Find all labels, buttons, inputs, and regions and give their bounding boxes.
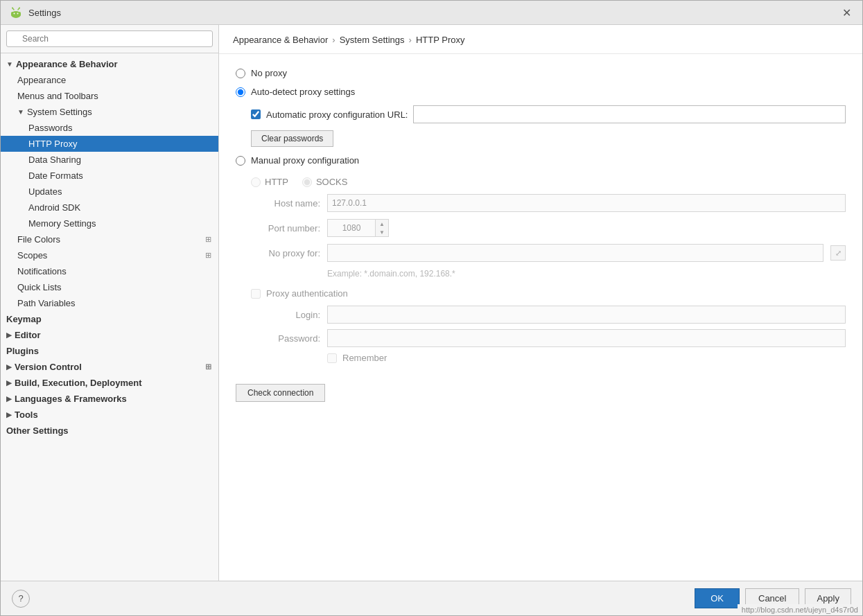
- proxy-auth-checkbox[interactable]: [251, 289, 261, 299]
- sidebar-item-build-execution[interactable]: ▶ Build, Execution, Deployment: [1, 375, 218, 391]
- expand-arrow: ▼: [17, 108, 24, 116]
- sidebar-item-plugins[interactable]: Plugins: [1, 343, 218, 359]
- sidebar-item-label: Passwords: [28, 123, 73, 133]
- socks-option: SOCKS: [302, 177, 348, 187]
- search-box: 🔍: [1, 25, 218, 53]
- sidebar-item-label: Updates: [28, 186, 62, 197]
- sidebar-item-path-variables[interactable]: Path Variables: [1, 295, 218, 311]
- password-label: Password:: [251, 333, 320, 344]
- page-indicator-icon: ⊞: [203, 251, 213, 261]
- http-option: HTTP: [251, 177, 288, 187]
- port-input[interactable]: [327, 219, 376, 237]
- socks-radio[interactable]: [302, 177, 312, 187]
- manual-section: HTTP SOCKS Host name:: [251, 177, 846, 363]
- proxy-hint: Example: *.domain.com, 192.168.*: [327, 269, 846, 279]
- auto-proxy-url-row: Automatic proxy configuration URL:: [251, 105, 846, 123]
- auto-detect-radio[interactable]: [236, 87, 245, 97]
- port-wrapper: ▲ ▼: [327, 219, 389, 237]
- expand-arrow: ▶: [6, 379, 12, 387]
- auth-section: Proxy authentication Login: Password:: [251, 288, 846, 363]
- auto-proxy-url-input[interactable]: [413, 105, 846, 123]
- sidebar-item-scopes[interactable]: Scopes ⊞: [1, 247, 218, 263]
- status-bar-hint: http://blog.csdn.net/ujeyn_d4s7r0d: [738, 604, 862, 615]
- title-bar: Settings ✕: [1, 1, 862, 25]
- sidebar-item-label: Appearance & Behavior: [16, 59, 118, 69]
- page-indicator-icon: ⊞: [203, 235, 213, 245]
- main-content: Appearance & Behavior › System Settings …: [219, 25, 862, 581]
- sidebar-item-memory-settings[interactable]: Memory Settings: [1, 215, 218, 231]
- search-input[interactable]: [6, 30, 213, 47]
- close-button[interactable]: ✕: [839, 5, 854, 20]
- check-connection-button[interactable]: Check connection: [236, 384, 325, 402]
- no-proxy-for-input[interactable]: [327, 244, 823, 262]
- no-proxy-radio[interactable]: [236, 69, 245, 78]
- sidebar-item-label: Plugins: [6, 346, 39, 356]
- host-input[interactable]: [327, 194, 846, 212]
- http-radio[interactable]: [251, 177, 261, 187]
- sidebar-item-appearance-behavior[interactable]: ▼ Appearance & Behavior: [1, 56, 218, 72]
- sidebar-item-passwords[interactable]: Passwords: [1, 120, 218, 136]
- sidebar-item-other-settings[interactable]: Other Settings: [1, 423, 218, 439]
- proxy-section: No proxy Auto-detect proxy settings Auto…: [236, 68, 846, 402]
- sidebar-item-tools[interactable]: ▶ Tools: [1, 407, 218, 423]
- sidebar-item-label: Path Variables: [17, 298, 76, 308]
- sidebar-tree: ▼ Appearance & Behavior Appearance Menus…: [1, 53, 218, 581]
- svg-rect-1: [11, 12, 21, 16]
- content-area: 🔍 ▼ Appearance & Behavior Appearance Men…: [1, 25, 862, 581]
- sidebar-item-android-sdk[interactable]: Android SDK: [1, 200, 218, 215]
- sidebar-item-version-control[interactable]: ▶ Version Control ⊞: [1, 359, 218, 375]
- sidebar-item-label: Android SDK: [28, 202, 80, 213]
- sidebar-item-label: Keymap: [6, 314, 42, 324]
- sidebar-item-label: Build, Execution, Deployment: [15, 378, 141, 388]
- sidebar-item-data-sharing[interactable]: Data Sharing: [1, 152, 218, 168]
- manual-proxy-radio[interactable]: [236, 156, 245, 166]
- breadcrumb-part2: System Settings: [340, 35, 405, 45]
- sidebar-item-file-colors[interactable]: File Colors ⊞: [1, 231, 218, 247]
- password-input[interactable]: [327, 329, 846, 347]
- settings-window: Settings ✕ 🔍 ▼ Appearance & Behavior: [0, 0, 863, 616]
- host-row: Host name:: [251, 194, 846, 212]
- sidebar-item-label: Appearance: [17, 75, 66, 85]
- help-button[interactable]: ?: [12, 590, 30, 608]
- sidebar-item-appearance[interactable]: Appearance: [1, 72, 218, 88]
- expand-button[interactable]: ⤢: [830, 245, 846, 261]
- sidebar-item-editor[interactable]: ▶ Editor: [1, 327, 218, 343]
- manual-proxy-label: Manual proxy configuration: [251, 155, 359, 166]
- sidebar-item-languages-frameworks[interactable]: ▶ Languages & Frameworks: [1, 391, 218, 407]
- sidebar-item-label: Quick Lists: [17, 282, 62, 292]
- remember-row: Remember: [327, 353, 846, 363]
- expand-arrow: ▶: [6, 411, 12, 419]
- auto-proxy-url-checkbox[interactable]: [251, 109, 261, 119]
- sidebar-item-label: Data Sharing: [28, 155, 81, 165]
- sidebar-item-system-settings[interactable]: ▼ System Settings: [1, 104, 218, 120]
- no-proxy-row: No proxy: [236, 68, 846, 78]
- sidebar-item-quick-lists[interactable]: Quick Lists: [1, 279, 218, 295]
- svg-point-7: [19, 8, 20, 9]
- no-proxy-for-label: No proxy for:: [251, 248, 320, 258]
- svg-point-6: [12, 8, 13, 9]
- ok-button[interactable]: OK: [695, 588, 740, 608]
- sidebar-item-menus-toolbars[interactable]: Menus and Toolbars: [1, 88, 218, 104]
- no-proxy-label: No proxy: [251, 68, 287, 78]
- breadcrumb-part3: HTTP Proxy: [416, 35, 465, 45]
- svg-point-2: [14, 13, 15, 15]
- clear-btn-row: Clear passwords: [251, 130, 846, 147]
- sidebar-item-keymap[interactable]: Keymap: [1, 311, 218, 327]
- remember-checkbox[interactable]: [327, 353, 337, 363]
- port-down-button[interactable]: ▼: [376, 228, 388, 236]
- sidebar-item-label: Editor: [15, 330, 41, 340]
- auth-checkbox-row: Proxy authentication: [251, 288, 846, 299]
- sidebar-item-notifications[interactable]: Notifications: [1, 263, 218, 279]
- sidebar-item-label: Memory Settings: [28, 218, 96, 229]
- sidebar-item-http-proxy[interactable]: HTTP Proxy: [1, 136, 218, 152]
- sidebar-item-date-formats[interactable]: Date Formats: [1, 168, 218, 184]
- port-up-button[interactable]: ▲: [376, 220, 388, 228]
- expand-arrow: ▶: [6, 363, 12, 371]
- expand-arrow: ▶: [6, 331, 12, 339]
- sidebar-item-updates[interactable]: Updates: [1, 184, 218, 200]
- svg-point-3: [17, 13, 19, 15]
- auto-proxy-url-label: Automatic proxy configuration URL:: [266, 109, 408, 120]
- clear-passwords-button[interactable]: Clear passwords: [251, 130, 333, 147]
- proxy-auth-label: Proxy authentication: [266, 288, 348, 299]
- login-input[interactable]: [327, 306, 846, 324]
